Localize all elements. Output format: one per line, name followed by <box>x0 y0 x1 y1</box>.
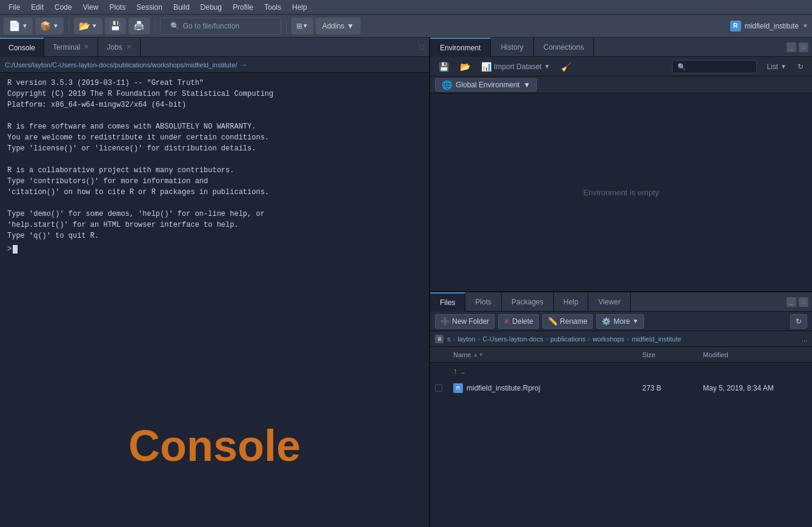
refresh-files-button[interactable]: ↻ <box>790 314 807 329</box>
list-arrow: ▼ <box>780 63 787 70</box>
open-file-button[interactable]: 📂▼ <box>74 18 102 35</box>
tab-console[interactable]: Console <box>0 38 44 57</box>
env-maximize-button[interactable]: □ <box>799 42 808 52</box>
bc-sep-2: › <box>478 335 481 343</box>
tab-terminal[interactable]: Terminal ✕ <box>44 38 98 57</box>
console-output: R version 3.5.3 (2019-03-11) -- "Great T… <box>7 78 422 241</box>
more-arrow: ▼ <box>633 318 639 324</box>
bc-layton[interactable]: layton <box>458 335 475 343</box>
files-maximize-button[interactable]: □ <box>799 297 808 307</box>
tab-plots[interactable]: Plots <box>465 292 502 312</box>
prompt-symbol: > <box>7 244 12 255</box>
tab-viewer[interactable]: Viewer <box>588 292 630 312</box>
save-button[interactable]: 💾 <box>105 18 126 35</box>
tab-plots-label: Plots <box>475 298 491 306</box>
tab-jobs-close[interactable]: ✕ <box>126 43 131 51</box>
global-env-label: Global Environment <box>456 81 519 89</box>
tab-terminal-label: Terminal <box>53 43 80 52</box>
save-env-button[interactable]: 💾 <box>435 61 453 73</box>
tab-jobs[interactable]: Jobs ✕ <box>98 38 140 57</box>
breadcrumb-more[interactable]: ... <box>802 335 807 343</box>
menu-tools[interactable]: Tools <box>259 2 286 13</box>
console-big-label: Console <box>128 413 301 478</box>
menu-code[interactable]: Code <box>50 2 77 13</box>
rename-button[interactable]: ✏️ Rename <box>542 314 593 329</box>
refresh-env-button[interactable]: ↻ <box>794 61 807 72</box>
global-env-arrow: ▼ <box>523 81 530 89</box>
menu-build[interactable]: Build <box>168 2 195 13</box>
bc-workshops[interactable]: workshops <box>593 335 625 343</box>
env-minimize-button[interactable]: _ <box>787 42 796 52</box>
save-icon: 💾 <box>439 62 449 72</box>
addins-label: Addins <box>322 22 345 30</box>
tab-packages[interactable]: Packages <box>502 292 554 312</box>
right-panel: Environment History Connections _ □ 💾 <box>430 38 812 527</box>
more-button[interactable]: ⚙️ More ▼ <box>596 314 644 329</box>
tab-history[interactable]: History <box>491 38 533 57</box>
new-project-button[interactable]: 📦▼ <box>35 18 64 35</box>
menu-edit[interactable]: Edit <box>26 2 48 13</box>
delete-button[interactable]: ✕ Delete <box>498 314 539 329</box>
env-panel-controls: _ □ <box>783 42 812 52</box>
load-icon: 📂 <box>460 62 470 72</box>
import-dataset-button[interactable]: 📊 Import Dataset ▼ <box>478 61 554 73</box>
clear-env-button[interactable]: 🧹 <box>557 61 575 73</box>
load-env-button[interactable]: 📂 <box>456 61 474 73</box>
row-rproj-check[interactable] <box>433 384 451 392</box>
tab-help[interactable]: Help <box>554 292 589 312</box>
bc-midfield-institute[interactable]: midfield_institute <box>631 335 681 343</box>
bc-sep-5: › <box>627 335 629 343</box>
tab-connections[interactable]: Connections <box>534 38 594 57</box>
env-folder-icon: 🌐 <box>442 80 452 90</box>
col-size[interactable]: Size <box>640 351 701 358</box>
tab-help-label: Help <box>564 298 579 306</box>
global-env-button[interactable]: 🌐 Global Environment ▼ <box>435 78 537 92</box>
table-row-rproj[interactable]: R midfield_institute.Rproj 273 B May 5, … <box>430 380 812 397</box>
table-row-up[interactable]: ↑ .. <box>430 363 812 380</box>
env-search-input[interactable] <box>672 60 757 73</box>
pane-layout-button[interactable]: ⊞▼ <box>291 18 313 35</box>
new-file-button[interactable]: 📄▼ <box>4 18 33 35</box>
list-button[interactable]: List ▼ <box>763 61 790 72</box>
menu-help[interactable]: Help <box>287 2 312 13</box>
menu-view[interactable]: View <box>78 2 104 13</box>
bc-s[interactable]: s <box>447 335 451 343</box>
console-content[interactable]: R version 3.5.3 (2019-03-11) -- "Great T… <box>0 73 429 527</box>
col-modified-label: Modified <box>703 351 728 358</box>
col-modified[interactable]: Modified <box>701 351 810 358</box>
menu-debug[interactable]: Debug <box>196 2 227 13</box>
console-maximize-button[interactable]: □ <box>414 42 429 52</box>
project-arrow: ▼ <box>802 22 808 29</box>
files-toolbar: ➕ New Folder ✕ Delete ✏️ Rename ⚙️ More … <box>430 312 812 331</box>
print-button[interactable]: 🖨️ <box>128 18 150 35</box>
bc-c-users[interactable]: C-Users-layton-docs <box>482 335 543 343</box>
bc-sep-4: › <box>588 335 590 343</box>
project-name: midfield_institute <box>745 22 799 30</box>
menu-file[interactable]: File <box>4 2 25 13</box>
import-label: Import Dataset <box>494 62 542 71</box>
col-size-label: Size <box>642 351 655 358</box>
goto-file-input[interactable]: 🔍 Go to file/function <box>160 18 281 35</box>
main-layout: Console Terminal ✕ Jobs ✕ □ C:/Users/lay… <box>0 38 812 527</box>
menu-profile[interactable]: Profile <box>228 2 258 13</box>
tab-files[interactable]: Files <box>430 292 465 312</box>
tab-viewer-label: Viewer <box>598 298 620 306</box>
files-minimize-button[interactable]: _ <box>787 297 796 307</box>
col-name[interactable]: Name ▲▼ <box>451 351 640 358</box>
menu-plots[interactable]: Plots <box>105 2 131 13</box>
rename-icon: ✏️ <box>548 317 557 326</box>
addins-button[interactable]: Addins ▼ <box>316 18 361 35</box>
bc-publications[interactable]: publications <box>550 335 585 343</box>
new-folder-button[interactable]: ➕ New Folder <box>435 314 494 329</box>
tab-terminal-close[interactable]: ✕ <box>84 43 89 51</box>
rproj-checkbox[interactable] <box>435 384 442 392</box>
menu-session[interactable]: Session <box>131 2 167 13</box>
tab-files-label: Files <box>440 298 455 307</box>
console-prompt[interactable]: > <box>7 244 422 255</box>
tab-environment[interactable]: Environment <box>430 38 491 57</box>
tab-console-label: Console <box>8 44 35 52</box>
cursor <box>13 245 18 253</box>
row-up-label: .. <box>461 367 465 375</box>
env-tab-bar: Environment History Connections _ □ <box>430 38 812 57</box>
row-rproj-size: 273 B <box>640 384 701 392</box>
